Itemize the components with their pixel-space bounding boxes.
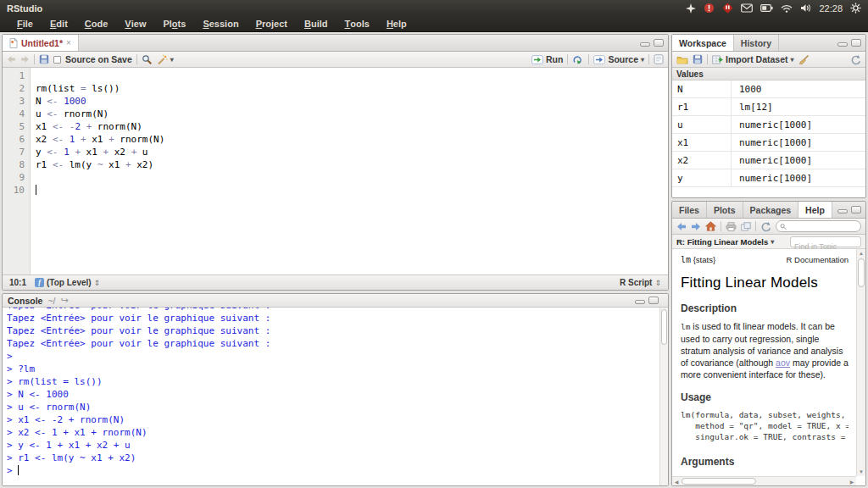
clock[interactable]: 22:28 (819, 3, 843, 14)
console-output[interactable]: Tapez <Entrée> pour voir le graphique su… (3, 308, 668, 485)
run-button[interactable]: Run (531, 54, 563, 64)
scroll-down-icon[interactable]: ▼ (857, 468, 865, 476)
save-icon[interactable] (39, 54, 49, 64)
source-button[interactable]: Source ▾ (593, 54, 644, 64)
menu-tools[interactable]: Tools (337, 16, 378, 32)
code-tools-button[interactable]: ▾ (157, 54, 174, 65)
table-row[interactable]: unumeric[1000] (672, 116, 865, 134)
table-row[interactable]: ynumeric[1000] (672, 169, 865, 187)
help-search-input[interactable] (789, 222, 857, 230)
usage-code: lm(formula, data, subset, weights, metho… (681, 409, 849, 442)
alert-badge2-icon[interactable] (722, 3, 733, 14)
tab-workspace[interactable]: Workspace (672, 35, 734, 51)
help-vertical-scrollbar[interactable]: ▲ ▼ (856, 249, 865, 476)
code-editor[interactable]: 12345678910 rm(list = ls())N <- 1000u <-… (3, 68, 668, 274)
tab-packages[interactable]: Packages (743, 202, 798, 218)
back-icon[interactable] (7, 55, 16, 64)
help-hscroll-thumb[interactable] (682, 478, 756, 485)
menu-file[interactable]: File (8, 16, 42, 32)
code-lines[interactable]: rm(list = ls())N <- 1000u <- rnorm(N)x1 … (31, 68, 668, 274)
forward-icon[interactable] (20, 55, 30, 64)
volume-icon[interactable] (800, 3, 811, 13)
rerun-icon[interactable] (572, 55, 584, 64)
menu-edit[interactable]: Edit (42, 16, 76, 32)
tab-history[interactable]: History (734, 35, 779, 51)
menu-session[interactable]: Session (194, 16, 247, 32)
code-line: N <- 1000 (36, 95, 668, 108)
indicator-star-icon[interactable] (686, 3, 696, 14)
help-refresh-icon[interactable] (760, 221, 771, 232)
caret-down-icon: ▾ (791, 56, 794, 64)
code-line (36, 69, 668, 82)
minimize-pane-icon[interactable] (837, 209, 848, 214)
import-dataset-button[interactable]: Import Dataset ▾ (712, 54, 794, 64)
scroll-right-icon[interactable]: ▶ (848, 477, 856, 485)
filetype-selector[interactable]: R Script ⇕ (620, 278, 661, 287)
menu-project[interactable]: Project (248, 16, 296, 32)
compile-notebook-icon[interactable] (654, 54, 664, 64)
source-on-save-checkbox[interactable] (53, 56, 61, 64)
caret-down-icon: ▾ (170, 56, 174, 64)
console-header: Console ~/ ↪ (3, 294, 668, 308)
tab-files[interactable]: Files (672, 202, 707, 218)
help-horizontal-scrollbar[interactable]: ◀ ▶ (672, 476, 856, 485)
goto-directory-icon[interactable]: ↪ (60, 295, 68, 306)
line-number: 2 (3, 82, 25, 95)
rstudio-window: RStudio 22:28 FileEditCodeViewPlotsSessi… (0, 0, 868, 488)
refresh-icon[interactable] (850, 54, 861, 65)
window-title: RStudio (7, 3, 42, 14)
scroll-left-icon[interactable]: ◀ (672, 477, 681, 485)
maximize-pane-icon[interactable] (648, 297, 659, 304)
save-workspace-icon[interactable] (693, 54, 703, 64)
maximize-pane-icon[interactable] (851, 39, 861, 47)
maximize-pane-icon[interactable] (654, 39, 664, 47)
line-number: 5 (3, 120, 25, 133)
alert-badge-icon[interactable] (704, 3, 715, 14)
clear-workspace-icon[interactable] (798, 54, 810, 65)
print-icon[interactable] (726, 222, 737, 231)
line-number: 9 (3, 171, 25, 184)
menu-help[interactable]: Help (378, 16, 415, 32)
help-topic-selector[interactable]: R: Fitting Linear Models ▾ (676, 237, 774, 247)
minimize-pane-icon[interactable] (837, 42, 848, 47)
code-line (36, 171, 668, 184)
scope-selector[interactable]: f (Top Level) ⇕ (35, 278, 100, 287)
open-workspace-icon[interactable] (676, 55, 688, 64)
value-name: x2 (672, 152, 732, 169)
tab-untitled1[interactable]: Untitled1* × (3, 35, 79, 51)
close-tab-icon[interactable]: × (66, 38, 71, 47)
aov-link[interactable]: aov (776, 358, 790, 368)
table-row[interactable]: x2numeric[1000] (672, 152, 865, 169)
wifi-icon[interactable] (781, 4, 793, 13)
help-search-box[interactable] (776, 220, 861, 232)
table-row[interactable]: N1000 (672, 80, 865, 98)
home-icon[interactable] (705, 221, 716, 231)
menu-code[interactable]: Code (76, 16, 117, 32)
battery-icon[interactable] (760, 4, 773, 12)
minimize-pane-icon[interactable] (635, 300, 645, 304)
line-number: 8 (3, 158, 25, 171)
import-dataset-label: Import Dataset (726, 54, 788, 64)
menu-view[interactable]: View (116, 16, 154, 32)
help-vscroll-thumb[interactable] (858, 258, 865, 287)
gear-icon[interactable] (850, 3, 861, 14)
mail-icon[interactable] (741, 3, 753, 13)
find-icon[interactable] (142, 54, 153, 65)
maximize-pane-icon[interactable] (851, 206, 861, 214)
menu-plots[interactable]: Plots (154, 16, 194, 32)
tab-help[interactable]: Help (798, 202, 832, 218)
console-scrollbar-thumb[interactable] (661, 309, 667, 345)
scroll-up-icon[interactable]: ▲ (857, 249, 865, 258)
find-in-topic-box[interactable] (790, 236, 861, 247)
console-scrollbar[interactable] (659, 308, 668, 485)
table-row[interactable]: r1lm[12] (672, 98, 865, 116)
table-row[interactable]: x1numeric[1000] (672, 134, 865, 152)
help-toolbar (672, 219, 865, 235)
help-back-icon[interactable] (676, 222, 687, 231)
tab-plots[interactable]: Plots (707, 202, 743, 218)
minimize-pane-icon[interactable] (640, 42, 650, 47)
menu-build[interactable]: Build (296, 16, 337, 32)
help-forward-icon[interactable] (691, 222, 701, 231)
source-toolbar: Source on Save ▾ Run (3, 52, 668, 68)
open-in-window-icon[interactable] (741, 222, 751, 231)
